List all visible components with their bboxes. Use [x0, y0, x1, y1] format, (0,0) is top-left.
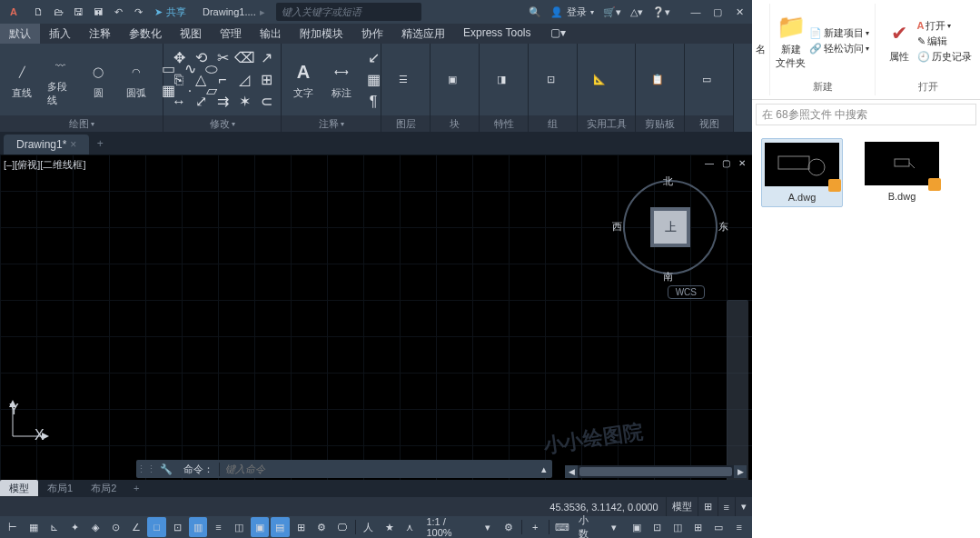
arc-button[interactable]: ◠圆弧	[120, 57, 153, 102]
layout-model[interactable]: 模型	[0, 480, 38, 497]
annotation3-icon[interactable]: ⋏	[401, 517, 420, 537]
osnap-toggle-icon[interactable]: □	[147, 517, 166, 537]
horizontal-scrollbar[interactable]: ◀ ▶	[565, 465, 747, 478]
view-label[interactable]: [–][俯视][二维线框]	[4, 158, 85, 172]
tab-manage[interactable]: 管理	[211, 24, 251, 44]
tab-featured[interactable]: 精选应用	[392, 24, 454, 44]
minimize-button[interactable]: —	[688, 5, 703, 19]
status-drop-icon[interactable]: ▾	[735, 497, 752, 516]
wcs-badge[interactable]: WCS	[668, 285, 705, 299]
search-icon[interactable]: 🔍	[529, 6, 541, 18]
tab-parametric[interactable]: 参数化	[120, 24, 171, 44]
cmdline-input[interactable]	[220, 463, 536, 474]
scroll-left-icon[interactable]: ◀	[565, 465, 578, 478]
add-layout-button[interactable]: +	[125, 483, 147, 493]
qp-icon[interactable]: ▣	[627, 517, 646, 537]
join-icon[interactable]: ⊂	[256, 92, 276, 112]
ucs-icon[interactable]: Y X	[9, 400, 49, 443]
file-item[interactable]: B.dwg	[861, 138, 943, 205]
file-tab-close-icon[interactable]: ×	[70, 138, 76, 151]
units-drop-icon[interactable]: ▾	[605, 517, 624, 537]
panel-modify-title[interactable]: 修改	[163, 115, 281, 132]
panel-clipboard-title[interactable]: 剪贴板	[636, 115, 684, 132]
osnap-icon[interactable]: ⊙	[106, 517, 125, 537]
clipboard-button[interactable]: 📋	[641, 65, 674, 95]
share-button[interactable]: ➤ 共享	[154, 5, 186, 19]
plus-icon[interactable]: +	[526, 517, 545, 537]
config-icon[interactable]: ⚙	[499, 517, 518, 537]
panel-layer-title[interactable]: 图层	[381, 115, 430, 132]
text-button[interactable]: A文字	[287, 57, 320, 102]
layer-button[interactable]: ☰	[387, 65, 420, 95]
viewport-close-icon[interactable]: ✕	[736, 156, 748, 169]
circle-button[interactable]: ◯圆	[82, 57, 114, 102]
panel-draw-title[interactable]: 绘图	[0, 115, 163, 132]
file-tab[interactable]: Drawing1* ×	[4, 134, 89, 154]
copy-icon[interactable]: ⎘	[169, 70, 189, 90]
stretch-icon[interactable]: ↔	[169, 92, 189, 112]
cmdline-handle-icon[interactable]: ⋮⋮	[136, 463, 154, 475]
polar-icon[interactable]: ✦	[65, 517, 84, 537]
mirror-icon[interactable]: △	[191, 70, 211, 90]
viewcube-top-face[interactable]: 上	[654, 211, 687, 244]
status-list-icon[interactable]: ≡	[718, 497, 735, 516]
add-tab-button[interactable]: +	[89, 133, 111, 154]
scroll-right-icon[interactable]: ▶	[734, 465, 747, 478]
cart-icon[interactable]: 🛒▾	[603, 6, 621, 18]
compass-east[interactable]: 东	[718, 220, 728, 234]
view-button[interactable]: ▭	[690, 65, 723, 95]
file-item[interactable]: A.dwg	[761, 138, 843, 207]
history-button[interactable]: 🕘历史记录	[917, 50, 972, 64]
coordinates[interactable]: 45.3536, 3.1142, 0.0000	[542, 502, 665, 513]
transparency-icon[interactable]: ◫	[230, 517, 249, 537]
mtext-icon[interactable]: ¶	[363, 92, 383, 112]
units-label[interactable]: 小数	[573, 513, 603, 538]
undo-icon[interactable]: ↶	[111, 5, 125, 19]
redo-icon[interactable]: ↷	[131, 5, 145, 19]
easy-access-button[interactable]: 🔗轻松访问▾	[809, 42, 869, 55]
iso-icon[interactable]: ◈	[86, 517, 105, 537]
annoscale2-icon[interactable]: ⊞	[292, 517, 311, 537]
lock-icon[interactable]: ⊡	[648, 517, 667, 537]
properties-button[interactable]: ✔ 属性	[885, 19, 914, 64]
polyline-button[interactable]: 〰多段线	[44, 51, 76, 109]
panel-annotate-title[interactable]: 注释	[282, 115, 381, 132]
panel-group-title[interactable]: 组	[529, 115, 577, 132]
extend-icon[interactable]: ↗	[256, 48, 276, 68]
selection-cycling-icon[interactable]: ▣	[251, 517, 270, 537]
erase-icon[interactable]: ⌫	[234, 48, 254, 68]
drawing-area[interactable]: [–][俯视][二维线框] — ▢ ✕ 上 北 南 西 东 WCS 小小绘图院 …	[0, 154, 752, 496]
view-cube[interactable]: 上 北 南 西 东	[616, 173, 725, 282]
tab-annotate[interactable]: 注释	[80, 24, 120, 44]
annoscale-icon[interactable]: ▤	[271, 517, 290, 537]
cmdline-tool-icon[interactable]: 🔧	[154, 463, 178, 475]
scale-icon[interactable]: ⤢	[191, 92, 211, 112]
panel-view-title[interactable]: 视图	[685, 115, 733, 132]
login-button[interactable]: 👤 登录 ▾	[550, 5, 594, 19]
tab-output[interactable]: 输出	[251, 24, 291, 44]
panel-utils-title[interactable]: 实用工具	[578, 115, 635, 132]
annotation2-icon[interactable]: ★	[380, 517, 399, 537]
explode-icon[interactable]: ✶	[234, 92, 254, 112]
lineweight-icon[interactable]: ≡	[209, 517, 228, 537]
rotate-icon[interactable]: ⟲	[191, 48, 211, 68]
compass-west[interactable]: 西	[612, 220, 622, 234]
save-icon[interactable]: 🖫	[71, 5, 85, 19]
tab-addin[interactable]: 附加模块	[291, 24, 352, 44]
autodesk-icon[interactable]: △▾	[630, 6, 643, 18]
scroll-thumb[interactable]	[579, 467, 732, 476]
workspace-icon[interactable]: ⚙	[312, 517, 331, 537]
annotation-icon[interactable]: 人	[360, 517, 379, 537]
tracking-icon[interactable]: ∠	[127, 517, 146, 537]
docname-dropdown-icon[interactable]: ▸	[260, 6, 265, 18]
viewport-max-icon[interactable]: ▢	[719, 156, 732, 169]
compass-north[interactable]: 北	[663, 174, 673, 188]
grid-toggle-icon[interactable]: ⊞	[698, 497, 718, 516]
tab-view[interactable]: 视图	[171, 24, 211, 44]
hardware-icon[interactable]: ⊞	[688, 517, 708, 537]
new-folder-button[interactable]: 📁 新建 文件夹	[776, 12, 806, 70]
ribbon-more[interactable]: ▢▾	[543, 24, 573, 44]
zoom-label[interactable]: 1:1 / 100%	[421, 516, 476, 538]
block-button[interactable]: ▣	[436, 65, 469, 95]
help-icon[interactable]: ❔▾	[652, 6, 670, 18]
